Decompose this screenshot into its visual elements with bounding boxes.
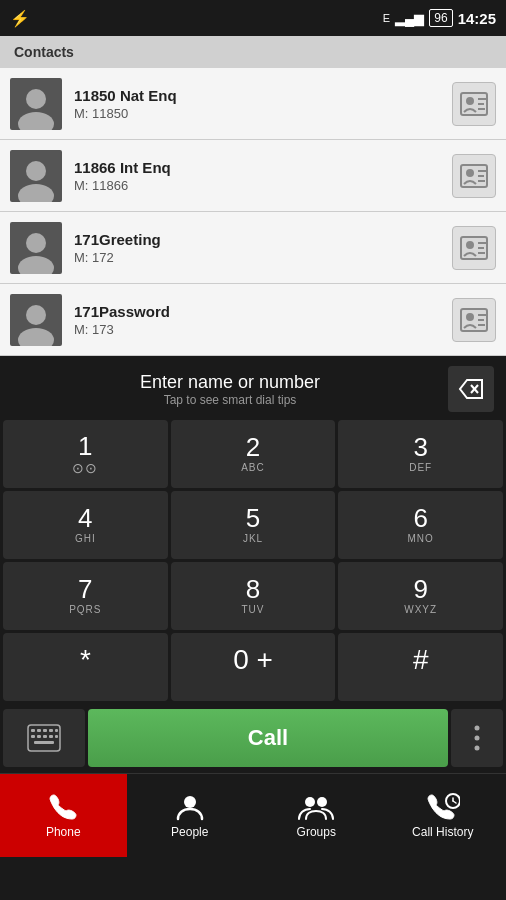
svg-rect-32 [37,729,41,732]
groups-icon [298,793,334,821]
contact-info: 171Greeting M: 172 [62,231,452,265]
contact-item[interactable]: 11850 Nat Enq M: 11850 [0,68,506,140]
svg-point-45 [184,796,196,808]
svg-point-42 [475,726,480,731]
svg-point-24 [466,313,474,321]
clock: 14:25 [458,10,496,27]
dial-key-num: # [413,645,429,676]
contact-info: 171Password M: 173 [62,303,452,337]
svg-rect-35 [55,729,58,732]
dial-key-num: 0 + [233,645,273,676]
dial-key-8[interactable]: 8 TUV [171,562,336,630]
contact-detail-button[interactable] [452,298,496,342]
svg-point-47 [317,797,327,807]
dialpad-keyboard-button[interactable] [3,709,85,767]
dial-key-6[interactable]: 6 MNO [338,491,503,559]
nav-item-phone[interactable]: Phone [0,774,127,857]
dial-key-num: 5 [246,504,260,533]
svg-rect-34 [49,729,53,732]
dialpad-actions: Call [0,705,506,773]
status-bar-right: E ▂▄▆ 96 14:25 [383,9,496,27]
dial-key-letters: MNO [407,533,433,546]
svg-point-44 [475,746,480,751]
dial-key-1[interactable]: 1 ⊙⊙ [3,420,168,488]
dial-key-num: 2 [246,433,260,462]
dial-key-3[interactable]: 3 DEF [338,420,503,488]
contact-avatar [10,222,62,274]
svg-point-17 [466,241,474,249]
contact-name: 171Password [74,303,440,320]
svg-rect-31 [31,729,35,732]
contact-item[interactable]: 11866 Int Enq M: 11866 [0,140,506,212]
call-button[interactable]: Call [88,709,448,767]
signal-icon: ▂▄▆ [395,11,424,26]
contact-detail-button[interactable] [452,154,496,198]
dialpad-more-button[interactable] [451,709,503,767]
dial-key-letters: PQRS [69,604,101,617]
contacts-header: Contacts [0,36,506,68]
dial-key-letters: GHI [75,533,96,546]
dial-key-num: 3 [413,433,427,462]
nav-people-label: People [171,825,208,839]
contacts-section: Contacts 11850 Nat Enq M: 11850 [0,36,506,356]
dial-key-num: 7 [78,575,92,604]
svg-point-15 [18,256,54,274]
contact-info: 11850 Nat Enq M: 11850 [62,87,452,121]
svg-rect-37 [37,735,41,738]
svg-rect-36 [31,735,35,738]
dial-key-letters: ⊙⊙ [72,460,98,476]
contact-detail-button[interactable] [452,226,496,270]
dial-key-4[interactable]: 4 GHI [3,491,168,559]
contact-avatar [10,150,62,202]
dialpad-grid: 1 ⊙⊙ 2 ABC 3 DEF 4 GHI 5 JKL 6 MNO 7 PQR… [0,416,506,705]
contact-name: 171Greeting [74,231,440,248]
nav-item-groups[interactable]: Groups [253,774,380,857]
dial-key-letters: ABC [241,462,265,475]
dial-key-7[interactable]: 7 PQRS [3,562,168,630]
contact-info: 11866 Int Enq M: 11866 [62,159,452,193]
dial-key-num: 6 [413,504,427,533]
status-bar: ⚡ E ▂▄▆ 96 14:25 [0,0,506,36]
contact-name: 11850 Nat Enq [74,87,440,104]
svg-point-3 [466,97,474,105]
dial-key-letters: WXYZ [404,604,437,617]
contact-name: 11866 Int Enq [74,159,440,176]
call-history-icon [426,793,460,821]
svg-point-14 [26,233,46,253]
dialpad-section: Enter name or number Tap to see smart di… [0,356,506,773]
contact-number: M: 11866 [74,178,440,193]
contact-number: M: 11850 [74,106,440,121]
svg-point-21 [26,305,46,325]
dialpad-input-text: Enter name or number Tap to see smart di… [12,372,448,407]
dial-key-5[interactable]: 5 JKL [171,491,336,559]
battery-badge: 96 [429,9,452,27]
call-label: Call [248,725,288,751]
dial-key-star[interactable]: * [3,633,168,701]
svg-line-50 [453,801,456,803]
dial-key-2[interactable]: 2 ABC [171,420,336,488]
usb-icon: ⚡ [10,9,30,28]
svg-rect-40 [55,735,58,738]
dial-key-letters: JKL [243,533,263,546]
dial-key-0[interactable]: 0 + [171,633,336,701]
svg-point-10 [466,169,474,177]
dialpad-input-row: Enter name or number Tap to see smart di… [0,356,506,416]
nav-item-call-history[interactable]: Call History [380,774,507,857]
contact-item[interactable]: 171Greeting M: 172 [0,212,506,284]
backspace-button[interactable] [448,366,494,412]
dial-key-hash[interactable]: # [338,633,503,701]
dial-key-num: 9 [413,575,427,604]
dial-key-9[interactable]: 9 WXYZ [338,562,503,630]
contact-detail-button[interactable] [452,82,496,126]
dial-key-num: * [80,645,91,676]
contact-avatar [10,294,62,346]
svg-rect-33 [43,729,47,732]
svg-rect-41 [34,741,54,744]
contact-number: M: 173 [74,322,440,337]
dial-key-letters: TUV [241,604,264,617]
contact-avatar [10,78,62,130]
dial-key-num: 8 [246,575,260,604]
svg-point-22 [18,328,54,346]
contact-item[interactable]: 171Password M: 173 [0,284,506,356]
nav-item-people[interactable]: People [127,774,254,857]
